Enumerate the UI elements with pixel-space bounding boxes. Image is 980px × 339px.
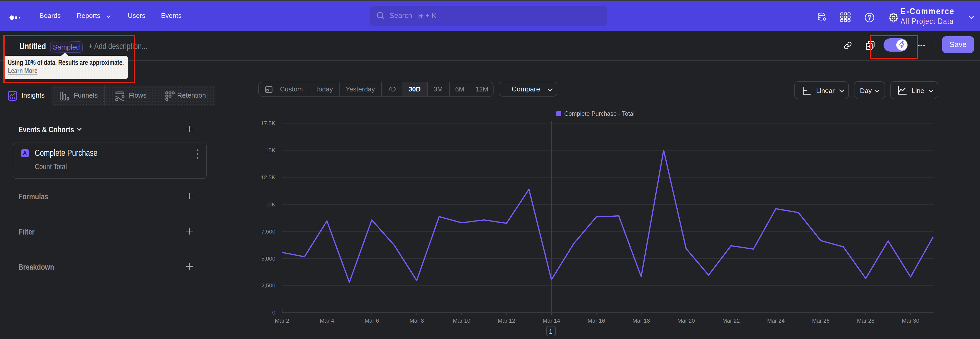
svg-text:10K: 10K xyxy=(266,201,275,208)
svg-text:Mar 2: Mar 2 xyxy=(275,318,289,324)
svg-text:Mar 16: Mar 16 xyxy=(587,318,605,324)
svg-text:Mar 18: Mar 18 xyxy=(632,318,650,324)
svg-text:Mar 28: Mar 28 xyxy=(857,318,874,324)
svg-text:Mar 22: Mar 22 xyxy=(722,318,740,324)
svg-text:Mar 20: Mar 20 xyxy=(677,318,695,324)
svg-text:7,500: 7,500 xyxy=(261,229,275,235)
svg-text:Mar 8: Mar 8 xyxy=(410,318,424,324)
svg-text:5,000: 5,000 xyxy=(261,256,275,262)
svg-text:Mar 12: Mar 12 xyxy=(498,318,515,324)
svg-text:Mar 14: Mar 14 xyxy=(542,318,560,324)
svg-text:Mar 24: Mar 24 xyxy=(767,318,784,324)
svg-text:2,500: 2,500 xyxy=(261,282,275,289)
svg-text:12.5K: 12.5K xyxy=(261,174,275,181)
svg-text:17.5K: 17.5K xyxy=(261,120,275,126)
svg-text:Mar 30: Mar 30 xyxy=(902,318,919,324)
svg-text:15K: 15K xyxy=(266,147,275,154)
svg-text:Mar 6: Mar 6 xyxy=(365,318,379,324)
svg-text:Mar 4: Mar 4 xyxy=(320,318,334,324)
svg-text:0: 0 xyxy=(272,309,275,316)
svg-text:Complete Purchase - Total: Complete Purchase - Total xyxy=(564,110,635,117)
svg-text:Mar 10: Mar 10 xyxy=(453,318,470,324)
svg-text:Mar 26: Mar 26 xyxy=(812,318,829,324)
